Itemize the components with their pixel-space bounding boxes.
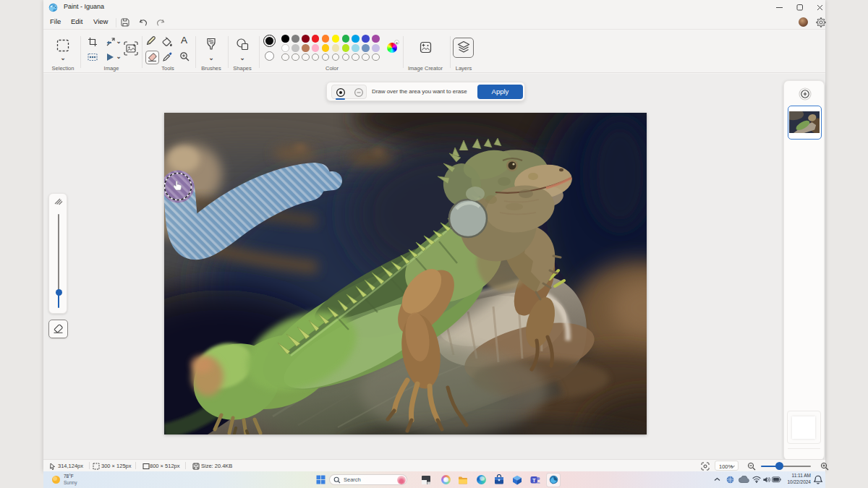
svg-text:T: T: [532, 477, 536, 484]
